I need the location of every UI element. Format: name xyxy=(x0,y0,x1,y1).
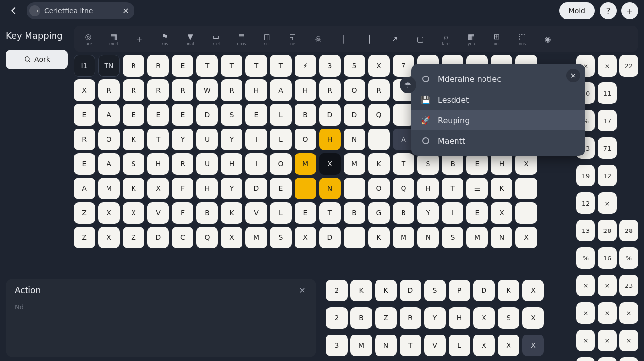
key-r0-c12[interactable]: X xyxy=(368,55,390,77)
key-r1-c0[interactable]: X xyxy=(74,79,95,101)
toolbar-plus-icon[interactable]: + xyxy=(129,28,150,50)
side-key-r7-c2[interactable]: % xyxy=(619,247,638,269)
key-r1-c6[interactable]: R xyxy=(221,79,242,101)
key-r5-c13[interactable]: Q xyxy=(393,178,414,199)
key-r4-c1[interactable]: A xyxy=(98,153,120,175)
add-button[interactable]: + xyxy=(621,2,638,19)
side-key-r8-c2[interactable]: 23 xyxy=(619,275,638,296)
lower-key-r2-c6[interactable]: X xyxy=(473,335,495,356)
key-r6-c8[interactable]: L xyxy=(270,202,292,224)
key-r3-c12[interactable] xyxy=(368,129,390,150)
lower-key-r1-c8[interactable]: X xyxy=(522,307,544,329)
key-r5-c12[interactable]: O xyxy=(368,178,390,199)
key-r3-c3[interactable]: T xyxy=(147,129,169,150)
key-r4-c4[interactable]: R xyxy=(172,153,193,175)
key-r3-c1[interactable]: O xyxy=(98,129,120,150)
key-r2-c8[interactable]: L xyxy=(270,104,292,126)
side-key-r9-c0[interactable]: × xyxy=(576,302,595,324)
lower-key-r2-c5[interactable]: L xyxy=(449,335,470,356)
toolbar-window-icon[interactable]: ⊞xol xyxy=(486,28,508,50)
popup-item-0[interactable]: Mderaine notiec xyxy=(411,69,585,89)
key-r6-c16[interactable]: E xyxy=(466,202,488,224)
key-r5-c2[interactable]: K xyxy=(123,178,144,199)
key-r7-c13[interactable]: M xyxy=(393,227,414,248)
side-key-r7-c1[interactable]: 16 xyxy=(598,247,617,269)
side-key-r1-c1[interactable]: 11 xyxy=(598,82,617,104)
key-r7-c5[interactable]: Q xyxy=(196,227,218,248)
key-r0-c4[interactable]: E xyxy=(172,55,193,77)
help-button[interactable]: ? xyxy=(600,2,617,19)
lower-key-r0-c4[interactable]: S xyxy=(424,280,446,301)
lower-key-r2-c3[interactable]: T xyxy=(400,335,421,356)
side-key-r5-c1[interactable]: × xyxy=(598,192,617,214)
key-r1-c9[interactable]: H xyxy=(295,79,316,101)
toolbar-search-icon[interactable]: ⌕lare xyxy=(435,28,456,50)
key-r1-c4[interactable]: R xyxy=(172,79,193,101)
side-key-r10-c0[interactable]: × xyxy=(576,330,595,351)
toolbar-bar1-icon[interactable]: │ xyxy=(333,28,354,50)
lower-key-r1-c2[interactable]: Z xyxy=(375,307,397,329)
key-r6-c15[interactable]: I xyxy=(442,202,463,224)
side-key-r0-c1[interactable]: × xyxy=(598,55,617,77)
key-r0-c3[interactable]: R xyxy=(147,55,169,77)
key-r3-c11[interactable]: N xyxy=(344,129,365,150)
lower-key-r1-c6[interactable]: X xyxy=(473,307,495,329)
key-r7-c0[interactable]: Z xyxy=(74,227,95,248)
key-r3-c6[interactable]: Y xyxy=(221,129,242,150)
key-r7-c11[interactable] xyxy=(344,227,365,248)
key-r5-c16[interactable]: ⚌ xyxy=(466,178,488,199)
key-r4-c12[interactable]: K xyxy=(368,153,390,175)
toolbar-flag-icon[interactable]: ⚑xos xyxy=(154,28,176,50)
key-r5-c0[interactable]: A xyxy=(74,178,95,199)
key-r0-c1[interactable]: TN xyxy=(98,55,120,77)
key-r2-c10[interactable]: D xyxy=(319,104,341,126)
key-r6-c2[interactable]: X xyxy=(123,202,144,224)
key-r5-c15[interactable]: T xyxy=(442,178,463,199)
side-key-r9-c1[interactable]: × xyxy=(598,302,617,324)
side-key-r6-c1[interactable]: 28 xyxy=(598,220,617,241)
key-r5-c17[interactable]: K xyxy=(491,178,512,199)
key-r5-c1[interactable]: M xyxy=(98,178,120,199)
lower-key-r1-c3[interactable]: R xyxy=(400,307,421,329)
key-r2-c9[interactable]: B xyxy=(295,104,316,126)
key-r3-c9[interactable]: O xyxy=(295,129,316,150)
lower-key-r0-c7[interactable]: K xyxy=(498,280,519,301)
lower-key-r2-c1[interactable]: M xyxy=(350,335,372,356)
key-r4-c3[interactable]: H xyxy=(147,153,169,175)
key-r7-c4[interactable]: C xyxy=(172,227,193,248)
key-r6-c4[interactable]: F xyxy=(172,202,193,224)
toolbar-card-icon[interactable]: ▭xcel xyxy=(205,28,227,50)
key-r2-c4[interactable]: E xyxy=(172,104,193,126)
key-r2-c0[interactable]: E xyxy=(74,104,95,126)
key-r4-c15[interactable]: B xyxy=(442,153,463,175)
toolbar-squares-icon[interactable]: ◱ne xyxy=(282,28,303,50)
key-r5-c18[interactable] xyxy=(515,178,537,199)
key-r7-c8[interactable]: S xyxy=(270,227,292,248)
key-r6-c1[interactable]: X xyxy=(98,202,120,224)
key-r2-c1[interactable]: A xyxy=(98,104,120,126)
key-r4-c2[interactable]: S xyxy=(123,153,144,175)
key-r5-c10[interactable]: N xyxy=(319,178,341,199)
key-r2-c12[interactable]: Q xyxy=(368,104,390,126)
key-r5-c14[interactable]: H xyxy=(417,178,439,199)
aork-button[interactable]: Aork xyxy=(6,50,68,69)
side-key-r6-c0[interactable]: 13 xyxy=(576,220,595,241)
key-r5-c8[interactable]: E xyxy=(270,178,292,199)
key-r2-c7[interactable]: E xyxy=(245,104,267,126)
key-r6-c3[interactable]: V xyxy=(147,202,169,224)
key-r4-c7[interactable]: I xyxy=(245,153,267,175)
lower-key-r1-c1[interactable]: B xyxy=(350,307,372,329)
key-r7-c2[interactable]: Z xyxy=(123,227,144,248)
toolbar-shape-icon[interactable]: ◫xccl xyxy=(256,28,278,50)
toolbar-grid2-icon[interactable]: ▦yea xyxy=(460,28,482,50)
key-r2-c3[interactable]: E xyxy=(147,104,169,126)
key-r1-c3[interactable]: R xyxy=(147,79,169,101)
lower-key-r1-c5[interactable]: H xyxy=(449,307,470,329)
toolbar-doc-icon[interactable]: ▢ xyxy=(409,28,431,50)
action-panel-close-icon[interactable]: ✕ xyxy=(297,285,307,295)
key-r0-c7[interactable]: T xyxy=(245,55,267,77)
key-r7-c3[interactable]: D xyxy=(147,227,169,248)
key-r4-c14[interactable]: S xyxy=(417,153,439,175)
side-key-r4-c1[interactable]: 12 xyxy=(598,165,617,186)
key-r7-c1[interactable]: X xyxy=(98,227,120,248)
